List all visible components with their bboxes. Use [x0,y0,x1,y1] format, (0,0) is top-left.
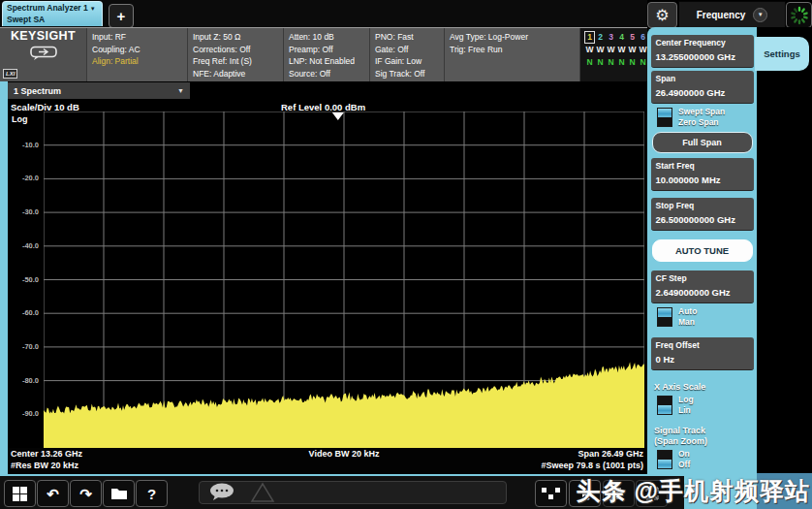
status-col-pno[interactable]: PNO: Fast Gate: Off IF Gain: Low Sig Tra… [369,28,444,81]
window-selector-label: 1 Spectrum [14,86,61,96]
center-frequency-field[interactable]: Center Frequency 13.255000000 GHz [651,35,754,68]
trace-indicator: N [585,57,594,68]
trace-indicator: N [607,57,615,68]
windows-start-button[interactable] [4,480,36,507]
annot-sweep: #Sweep 79.8 s (1001 pts) [541,461,643,470]
status-col-atten[interactable]: Atten: 10 dB Preamp: Off LNP: Not Enable… [283,28,369,81]
trace-indicator: 1 [585,32,594,43]
windows-logo-icon [13,487,27,501]
off-option: Off [678,460,690,470]
y-tick-label: -80.0 [22,376,39,385]
x-axis-scale-toggle[interactable]: Log Lin [657,395,757,416]
signal-track-label: Signal Track [654,426,757,436]
screen-tabs-button[interactable] [535,480,567,507]
auto-option: Auto [678,306,697,317]
frequency-menu-panel: Center Frequency 13.255000000 GHz Span 2… [647,27,757,509]
start-freq-field[interactable]: Start Freq 10.000000 MHz [651,158,754,191]
tab-subtitle: Swept SA [7,15,98,25]
status-col-avg-trig[interactable]: Avg Type: Log-Power Trig: Free Run [444,28,579,81]
y-tick-label: -70.0 [22,342,39,351]
x-axis-scale-label: X Axis Scale [654,382,757,393]
help-icon: ? [147,487,156,501]
system-settings-button[interactable]: ⚙ [647,2,677,28]
stop-freq-label: Stop Freq [656,201,749,211]
undo-icon: ↶ [47,487,59,501]
trace-indicator: W [639,45,647,55]
signal-track-sublabel: (Span Zoom) [654,436,757,447]
y-tick-label: -30.0 [22,207,39,216]
toggle-switch [657,307,672,327]
trace-indicator: N [639,57,647,68]
message-tray[interactable] [199,481,507,504]
gear-icon: ⚙ [655,6,669,24]
status-line: PNO: Fast [375,31,444,44]
status-line: Atten: 10 dB [289,31,369,44]
ref-level-marker-icon [332,112,344,120]
swept-zero-span-toggle[interactable]: Swept Span Zero Span [657,107,757,128]
spectrum-analyzer-app: Spectrum Analyzer 1▼ Swept SA + ⚙ Freque… [0,0,812,509]
y-axis-tick-labels: -10.0-20.0-30.0-40.0-50.0-60.0-70.0-80.0… [8,111,41,448]
annotation-bar: Center 13.26 GHz Video BW 20 kHz Span 26… [8,448,644,474]
trace-indicator: W [628,45,637,55]
status-line: Trig: Free Run [450,44,579,56]
cf-step-label: CF Step [656,273,749,284]
window-selector-dropdown[interactable]: 1 Spectrum ▼ [8,82,190,99]
toggle-switch [657,108,672,127]
status-line: Input Z: 50 Ω [193,31,283,44]
add-tab-button[interactable]: + [109,4,134,28]
span-label: Span [656,74,749,84]
file-explorer-button[interactable] [103,480,135,507]
status-line: Corrections: Off [193,44,283,56]
folder-icon [110,487,128,500]
cf-step-field[interactable]: CF Step 2.649000000 GHz [651,270,754,303]
freq-offset-field[interactable]: Freq Offset 0 Hz [651,337,754,370]
toggle-switch [657,450,672,469]
chevron-down-icon: ▼ [90,6,96,12]
freq-offset-label: Freq Offset [656,340,749,351]
spectrum-trace-chart [44,111,644,448]
menu-mode-label: Frequency [697,10,746,20]
help-button[interactable]: ? [136,480,168,507]
trace-indicator: 4 [617,32,626,43]
chevron-down-icon: ▼ [753,8,767,22]
trace-indicator: 6 [639,32,647,43]
undo-button[interactable]: ↶ [37,480,69,507]
tab-bar: Spectrum Analyzer 1▼ Swept SA + [0,0,647,27]
brand-block: KEYSIGHT LXI [0,28,86,81]
toggle-switch [657,396,672,415]
left-frame-strip [0,81,8,474]
status-col-corrections[interactable]: Input Z: 50 Ω Corrections: Off Freq Ref:… [187,28,283,81]
auto-tune-button[interactable]: AUTO TUNE [652,239,753,262]
trace-indicator: N [617,57,626,68]
trace-indicator: N [628,57,637,68]
status-line: Avg Type: Log-Power [450,31,579,44]
tab-settings[interactable]: Settings [755,37,809,71]
busy-indicator-button[interactable] [786,2,812,28]
trace-type-row: WWWWWW [585,44,647,56]
span-field[interactable]: Span 26.4900000 GHz [651,71,754,104]
trace-indicator: 5 [628,32,637,43]
y-tick-label: -90.0 [22,409,39,418]
lin-option: Lin [678,405,694,416]
full-span-button[interactable]: Full Span [652,132,753,153]
log-option: Log [678,395,694,405]
chevron-down-icon: ▼ [177,87,184,94]
trace-numbers-row: 123456 [585,31,647,44]
status-line: Preamp: Off [289,44,369,56]
y-tick-label: -50.0 [22,275,39,284]
redo-button[interactable]: ↷ [70,480,102,507]
trace-status-panel[interactable]: 123456 WWWWWW NNNNNN [579,28,647,81]
annot-span: Span 26.49 GHz [578,449,643,459]
spectrum-plot[interactable] [44,111,644,448]
trace-indicator: W [585,45,594,55]
freq-offset-value: 0 Hz [656,354,749,366]
signal-track-toggle[interactable]: On Off [657,449,757,470]
status-col-input[interactable]: Input: RF Coupling: AC Align: Partial [86,28,187,81]
tab-spectrum-analyzer-1[interactable]: Spectrum Analyzer 1▼ Swept SA [2,1,103,26]
cf-step-auto-man-toggle[interactable]: Auto Man [657,306,757,328]
stop-freq-field[interactable]: Stop Freq 26.500000000 GHz [651,198,754,231]
annot-video-bw: Video BW 20 kHz [44,449,644,459]
trace-indicator: W [617,45,626,55]
trace-indicator: W [607,45,615,55]
menu-mode-dropdown[interactable]: Frequency ▼ [678,1,786,28]
